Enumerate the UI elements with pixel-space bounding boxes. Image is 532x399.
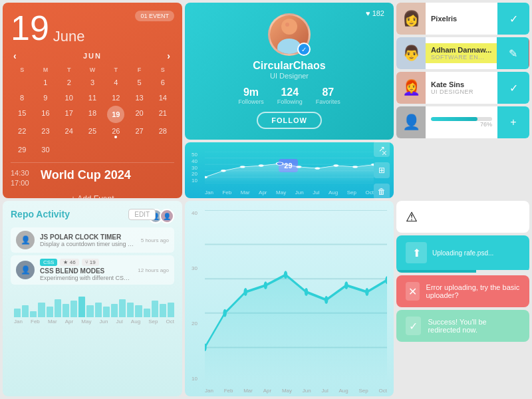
cal-day[interactable]: 11 (81, 90, 104, 105)
x-label: Feb (222, 190, 231, 196)
prev-month-btn[interactable]: ‹ (11, 51, 21, 61)
cal-day[interactable]: 21 (152, 106, 174, 123)
cal-day[interactable]: 6 (152, 75, 174, 90)
nav-month-label: JUN (83, 52, 102, 60)
cal-day-event[interactable]: 26 (104, 124, 127, 142)
cal-day[interactable]: 22 (11, 124, 33, 142)
cal-day[interactable]: 16 (34, 106, 57, 123)
cal-day[interactable] (11, 75, 33, 90)
event-badge: 01 EVENT (135, 11, 174, 21)
cal-day[interactable] (152, 142, 174, 157)
svg-point-28 (284, 271, 287, 279)
stat-following: 124 Following (277, 86, 303, 105)
user-info: Adham Dannaw... SOFTWARE EN... (426, 43, 497, 63)
svg-point-12 (259, 165, 263, 167)
cal-day[interactable]: 15 (11, 106, 33, 123)
user-avatar: 👨 (396, 37, 426, 69)
chart-delete-btn[interactable]: 🗑 (374, 184, 390, 200)
repo-widget: Repo Activity EDIT 👤 👤 👤 JS POLAR CLOCK … (3, 201, 182, 396)
cal-day[interactable]: 8 (11, 90, 33, 105)
cal-day[interactable]: 10 (58, 90, 80, 105)
cal-day[interactable]: 29 (11, 142, 33, 157)
user-role: SOFTWARE EN... (431, 54, 491, 61)
x-label: Mar (241, 190, 250, 196)
x-label: May (81, 319, 91, 325)
y-label: 20 (192, 171, 198, 177)
x-label: Feb (224, 388, 233, 394)
x-label: Jun (295, 190, 304, 196)
calendar-widget: 19 June 01 EVENT ‹ JUN › S M T W T F S 1… (3, 3, 182, 198)
user-row-adham: 👨 Adham Dannaw... SOFTWARE EN... ✎ ✕ (396, 37, 529, 69)
y-label: 10 (192, 376, 198, 382)
cal-day[interactable] (104, 142, 127, 157)
upload-progress-bar (396, 270, 476, 273)
profile-card: ♥ 182 ✓ CircularChaos UI Designer 9m Fol (185, 3, 394, 140)
cal-day[interactable] (128, 142, 150, 157)
follow-button[interactable]: FOLLOW (257, 112, 322, 129)
cal-day[interactable]: 25 (81, 124, 104, 142)
calendar-day: 19 (11, 11, 49, 45)
cal-day[interactable]: 30 (34, 142, 57, 157)
cal-day[interactable]: 3 (81, 75, 104, 90)
user-edit-btn[interactable]: ✎ (497, 37, 529, 69)
user-check-btn[interactable]: ✓ (497, 72, 529, 104)
user-row-progress: 👤 76% + (396, 106, 529, 138)
line-chart: × 29 50 40 30 20 10 (185, 142, 394, 198)
profile-hearts: ♥ 182 (366, 9, 384, 17)
next-month-btn[interactable]: › (164, 51, 174, 61)
x-label: Mar (243, 388, 253, 394)
notif-success: ✓ Success! You'll be redirected now. (396, 310, 529, 342)
repo-item-avatar: 👤 (16, 231, 35, 249)
svg-point-26 (243, 288, 247, 296)
cal-day[interactable]: 20 (128, 106, 150, 123)
calendar-event: 14:30 17:00 World Cup 2024 (11, 168, 174, 189)
x-label: Apr (263, 388, 271, 394)
cal-day[interactable]: 12 (104, 90, 127, 105)
repo-item-title: CSS BLEND MODES (40, 267, 132, 275)
cal-day[interactable]: 18 (81, 106, 104, 123)
cal-day[interactable] (81, 142, 104, 157)
chart-table-btn[interactable]: ⊞ (374, 162, 390, 178)
user-delete-btn[interactable]: ✕ (529, 37, 529, 69)
cal-day[interactable]: 1 (34, 75, 57, 90)
progress-pct: 76% (431, 121, 492, 128)
cal-day[interactable]: 17 (58, 106, 80, 123)
repo-edit-btn[interactable]: EDIT (128, 209, 156, 220)
x-label: Jan (14, 319, 23, 325)
user-row-pixelris: 👩 Pixelris ✓ (396, 3, 529, 35)
cal-dow-tue: T (58, 65, 80, 74)
cal-day[interactable]: 27 (128, 124, 150, 142)
x-label: Jul (321, 388, 328, 394)
profile-title: UI Designer (270, 72, 309, 80)
cal-day-today[interactable]: 19 (107, 106, 124, 123)
user-add-btn[interactable]: + (497, 106, 529, 138)
cal-day[interactable]: 9 (34, 90, 57, 105)
cal-day[interactable]: 24 (58, 124, 80, 142)
user-progress-section: 76% (426, 113, 497, 132)
cal-dow-wed: W (81, 65, 104, 74)
notif-error: ✕ Error uploading, try the basic uploade… (396, 275, 529, 307)
repo-bar-chart: Jan Feb Mar Apr May Jun Jul Aug Sep Oct (11, 287, 174, 324)
user-check-btn[interactable]: ✓ (497, 3, 529, 35)
cal-day[interactable]: 28 (152, 124, 174, 142)
cal-day[interactable]: 4 (104, 75, 127, 90)
profile-avatar-wrap: ✓ (268, 13, 311, 56)
cal-day[interactable] (58, 142, 80, 157)
center-column: ♥ 182 ✓ CircularChaos UI Designer 9m Fol (185, 3, 394, 198)
cal-day[interactable]: 14 (152, 90, 174, 105)
repo-item: 👤 CSS ★ 46 ⑂ 19 CSS BLEND MODES Experime… (11, 255, 174, 285)
x-label: Aug (329, 190, 338, 196)
profile-stats: 9m Followers 124 Following 87 Favorites (238, 86, 340, 105)
cal-day[interactable]: 2 (58, 75, 80, 90)
chart-trend-btn[interactable]: ↗ (374, 141, 390, 157)
x-label: Jan (205, 388, 213, 394)
cal-day[interactable]: 13 (128, 90, 150, 105)
svg-point-29 (305, 288, 308, 296)
user-info: Kate Sins UI DESIGNER (426, 78, 497, 98)
cal-day[interactable]: 5 (128, 75, 150, 90)
x-label: Apr (259, 190, 267, 196)
add-event-btn[interactable]: + Add Event (11, 194, 174, 198)
cal-day[interactable]: 23 (34, 124, 57, 142)
user-name: Pixelris (431, 15, 492, 23)
x-label: Sep (347, 190, 356, 196)
